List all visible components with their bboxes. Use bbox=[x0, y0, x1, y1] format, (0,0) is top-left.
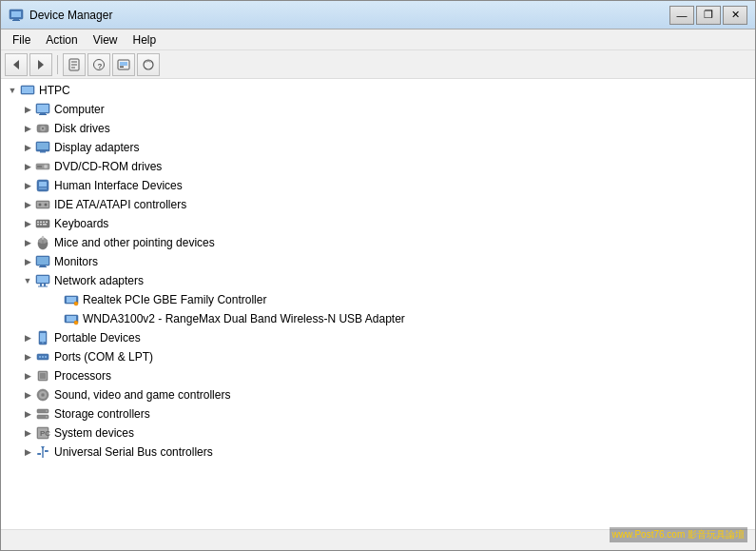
tree-node-hid[interactable]: ▶ Human Interface Devices bbox=[1, 176, 755, 195]
expander-display[interactable]: ▶ bbox=[20, 140, 35, 155]
toolbar: ? bbox=[1, 50, 755, 79]
expander-storage[interactable]: ▶ bbox=[20, 406, 35, 422]
icon-processors bbox=[35, 368, 50, 384]
icon-system: PC bbox=[35, 425, 50, 441]
icon-computer bbox=[35, 102, 50, 117]
svg-rect-32 bbox=[39, 182, 47, 187]
tree-node-computer[interactable]: ▶ Computer bbox=[1, 100, 755, 119]
svg-rect-21 bbox=[39, 114, 47, 115]
icon-dvd bbox=[35, 159, 50, 174]
tree-node-system[interactable]: ▶ PC System devices bbox=[1, 423, 755, 443]
expander-hid[interactable]: ▶ bbox=[20, 178, 35, 193]
tree-node-disk[interactable]: ▶ Disk drives bbox=[1, 119, 755, 138]
svg-rect-43 bbox=[37, 224, 39, 226]
menu-view[interactable]: View bbox=[86, 31, 126, 49]
icon-disk bbox=[35, 121, 50, 136]
refresh-button[interactable] bbox=[137, 53, 160, 76]
expander-ide[interactable]: ▶ bbox=[20, 197, 35, 212]
tree-node-network[interactable]: ▼ Network adapters bbox=[1, 271, 755, 290]
svg-rect-42 bbox=[46, 222, 48, 224]
svg-rect-53 bbox=[39, 266, 47, 267]
icon-wnda bbox=[64, 311, 79, 326]
svg-rect-13 bbox=[120, 62, 127, 66]
menu-bar: File Action View Help bbox=[1, 30, 755, 50]
window-title: Device Manager bbox=[29, 9, 669, 22]
tree-node-ide[interactable]: ▶ IDE ATA/ATAPI controllers bbox=[1, 195, 755, 214]
close-button[interactable]: ✕ bbox=[723, 6, 747, 25]
help-button[interactable]: ? bbox=[87, 53, 110, 76]
tree-node-processors[interactable]: ▶ Processors bbox=[1, 366, 755, 385]
icon-ports bbox=[35, 349, 50, 364]
update-button[interactable] bbox=[112, 53, 135, 76]
tree-node-keyboards[interactable]: ▶ Keyboards bbox=[1, 214, 755, 233]
expander-network[interactable]: ▼ bbox=[20, 273, 35, 288]
tree-node-usb[interactable]: ▶ Universal Serial Bus controllers bbox=[1, 443, 755, 462]
expander-dvd[interactable]: ▶ bbox=[20, 159, 35, 174]
device-manager-window: Device Manager — ❐ ✕ File Action View He… bbox=[0, 0, 756, 551]
expander-realtek bbox=[54, 292, 64, 307]
expander-htpc[interactable]: ▼ bbox=[5, 83, 20, 98]
svg-point-36 bbox=[39, 204, 42, 207]
expander-keyboards[interactable]: ▶ bbox=[20, 216, 35, 231]
svg-marker-87 bbox=[41, 446, 45, 449]
menu-help[interactable]: Help bbox=[126, 31, 165, 49]
label-keyboards: Keyboards bbox=[54, 217, 108, 230]
label-ports: Ports (COM & LPT) bbox=[54, 350, 153, 364]
svg-rect-17 bbox=[22, 87, 33, 93]
tree-node-sound[interactable]: ▶ Sound, video and game controllers bbox=[1, 385, 755, 404]
svg-rect-26 bbox=[37, 143, 48, 149]
window-controls: — ❐ ✕ bbox=[669, 6, 747, 25]
tree-node-portable[interactable]: ▶ Portable Devices bbox=[1, 328, 755, 347]
label-realtek: Realtek PCIe GBE Family Controller bbox=[83, 293, 266, 306]
window-icon bbox=[9, 8, 24, 23]
expander-processors[interactable]: ▶ bbox=[20, 368, 35, 384]
forward-button[interactable] bbox=[29, 53, 52, 76]
device-tree[interactable]: ▼ HTPC ▶ Computer bbox=[1, 79, 755, 529]
expander-system[interactable]: ▶ bbox=[20, 425, 35, 441]
back-button[interactable] bbox=[5, 53, 28, 76]
properties-button[interactable] bbox=[63, 53, 86, 76]
expander-sound[interactable]: ▶ bbox=[20, 387, 35, 403]
label-dvd: DVD/CD-ROM drives bbox=[54, 160, 162, 173]
svg-point-78 bbox=[42, 394, 44, 396]
svg-text:PC: PC bbox=[40, 429, 50, 438]
minimize-button[interactable]: — bbox=[669, 6, 694, 25]
icon-keyboards bbox=[35, 216, 50, 231]
svg-rect-60 bbox=[67, 297, 76, 303]
svg-point-37 bbox=[45, 204, 48, 207]
icon-monitors bbox=[35, 254, 50, 269]
tree-node-monitors[interactable]: ▶ Monitors bbox=[1, 252, 755, 271]
expander-ports[interactable]: ▶ bbox=[20, 349, 35, 364]
restore-button[interactable]: ❐ bbox=[696, 6, 721, 25]
tree-node-mice[interactable]: ▶ Mice and other pointing devices bbox=[1, 233, 755, 252]
tree-node-htpc[interactable]: ▼ HTPC bbox=[1, 81, 755, 100]
icon-storage bbox=[35, 406, 50, 422]
menu-action[interactable]: Action bbox=[38, 31, 85, 49]
label-ide: IDE ATA/ATAPI controllers bbox=[54, 198, 186, 211]
svg-point-61 bbox=[74, 302, 78, 305]
svg-rect-40 bbox=[40, 222, 42, 224]
tree-node-storage[interactable]: ▶ Storage controllers bbox=[1, 404, 755, 423]
label-system: System devices bbox=[54, 426, 134, 440]
svg-point-69 bbox=[39, 356, 41, 358]
label-disk: Disk drives bbox=[54, 122, 110, 135]
svg-rect-19 bbox=[37, 105, 48, 112]
expander-computer[interactable]: ▶ bbox=[20, 102, 35, 117]
expander-usb[interactable]: ▶ bbox=[20, 444, 35, 460]
expander-mice[interactable]: ▶ bbox=[20, 235, 35, 250]
tree-node-display[interactable]: ▶ Display adapters bbox=[1, 138, 755, 157]
icon-hid bbox=[35, 178, 50, 193]
tree-node-wnda[interactable]: WNDA3100v2 - RangeMax Dual Band Wireless… bbox=[1, 309, 755, 328]
watermark: www.Post76.com 影音玩具論壇 bbox=[610, 527, 747, 542]
expander-portable[interactable]: ▶ bbox=[20, 330, 35, 345]
tree-node-realtek[interactable]: Realtek PCIe GBE Family Controller bbox=[1, 290, 755, 309]
menu-file[interactable]: File bbox=[5, 31, 38, 49]
svg-point-82 bbox=[46, 416, 48, 418]
tree-node-ports[interactable]: ▶ Ports (COM & LPT) bbox=[1, 347, 755, 366]
expander-disk[interactable]: ▶ bbox=[20, 121, 35, 136]
svg-point-64 bbox=[74, 321, 78, 325]
tree-node-dvd[interactable]: ▶ DVD/CD-ROM drives bbox=[1, 157, 755, 176]
label-sound: Sound, video and game controllers bbox=[54, 388, 230, 402]
svg-marker-4 bbox=[13, 60, 19, 69]
expander-monitors[interactable]: ▶ bbox=[20, 254, 35, 269]
